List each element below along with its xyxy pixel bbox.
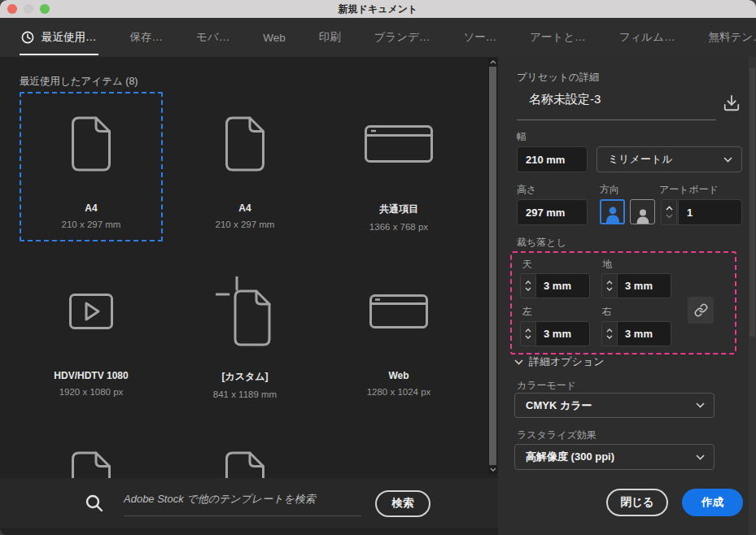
artboards-input[interactable]: 1 xyxy=(678,199,742,225)
tab-web[interactable]: Web xyxy=(263,18,286,57)
raster-effects-label: ラスタライズ効果 xyxy=(517,428,596,442)
preset-details-panel: プリセットの詳細 名称未設定-3 幅 210 mm ミリメートル 高さ 297 … xyxy=(498,57,756,535)
scroll-up-icon[interactable] xyxy=(488,58,497,67)
bleed-top-input[interactable]: 3 mm xyxy=(535,273,590,298)
template-dimensions: 841 x 1189 mm xyxy=(213,389,277,399)
search-input[interactable]: Adobe Stock で他のテンプレートを検索 xyxy=(124,491,361,516)
bleed-right-input[interactable]: 3 mm xyxy=(617,321,671,346)
artboards-stepper[interactable] xyxy=(661,199,677,225)
tab-branding[interactable]: ブランデ… xyxy=(374,18,430,57)
height-label: 高さ xyxy=(517,183,536,197)
zoom-window-button[interactable] xyxy=(40,4,50,14)
tab-mobile[interactable]: モバ… xyxy=(196,18,229,57)
bleed-right-spin[interactable] xyxy=(601,321,617,346)
bleed-highlight-box: 天 地 3 mm 3 mm 左 右 xyxy=(510,251,736,354)
template-card-a4-selected[interactable]: A4 210 x 297 mm xyxy=(20,92,163,241)
advanced-options-label: 詳細オプション xyxy=(529,354,605,369)
bleed-right-label: 右 xyxy=(602,305,612,319)
tab-recent[interactable]: 最近使用… xyxy=(21,18,97,57)
stepper-down-icon xyxy=(525,335,531,339)
chevron-down-icon xyxy=(696,455,705,460)
color-mode-value: CMYK カラー xyxy=(526,398,592,413)
artboards-label: アートボード xyxy=(659,183,719,197)
tab-label: モバ… xyxy=(196,30,229,45)
unit-value: ミリメートル xyxy=(608,152,673,167)
bleed-label: 裁ち落とし xyxy=(517,236,566,250)
scroll-down-icon[interactable] xyxy=(488,465,497,474)
chevron-down-icon xyxy=(514,359,523,365)
tab-art[interactable]: アートと… xyxy=(530,18,585,57)
scrollbar-thumb[interactable] xyxy=(489,67,496,465)
template-name: Web xyxy=(388,370,409,381)
document-name-input[interactable]: 名称未設定-3 xyxy=(529,92,601,107)
window-title: 新規ドキュメント xyxy=(339,2,418,16)
template-card-custom[interactable]: [カスタム] 841 x 1189 mm xyxy=(173,259,317,409)
raster-effects-dropdown[interactable]: 高解像度 (300 ppi) xyxy=(514,444,714,470)
minimize-window-button[interactable] xyxy=(24,4,33,14)
color-mode-dropdown[interactable]: CMYK カラー xyxy=(514,393,714,418)
bleed-top-spin[interactable] xyxy=(520,273,535,298)
template-dimensions: 1920 x 1080 px xyxy=(59,387,124,397)
bleed-bottom-stepper[interactable]: 3 mm xyxy=(601,273,671,298)
width-input[interactable]: 210 mm xyxy=(517,146,588,172)
template-card-common[interactable]: 共通項目 1366 x 768 px xyxy=(327,92,470,241)
stepper-up-icon xyxy=(606,281,613,285)
landscape-person-icon xyxy=(636,208,650,224)
search-button-label: 検索 xyxy=(392,496,414,511)
stepper-up-icon xyxy=(666,206,673,211)
document-name-underline xyxy=(517,120,716,120)
template-card-hdv[interactable]: HDV/HDTV 1080 1920 x 1080 px xyxy=(20,259,163,409)
bleed-left-spin[interactable] xyxy=(520,321,535,346)
template-name: A4 xyxy=(238,202,251,214)
chevron-down-icon xyxy=(723,157,732,163)
recent-items-panel: 最近使用したアイテム (8) A4 210 x 297 mm A4 xyxy=(0,57,498,535)
left-panel-scrollbar[interactable] xyxy=(488,58,497,474)
browser-window-icon xyxy=(369,294,428,328)
tab-social[interactable]: ソー… xyxy=(463,18,496,57)
bleed-link-values-button[interactable] xyxy=(688,297,714,324)
height-input[interactable]: 297 mm xyxy=(517,199,588,225)
browser-window-icon xyxy=(365,125,433,163)
bleed-right-stepper[interactable]: 3 mm xyxy=(601,321,671,346)
portrait-person-icon xyxy=(605,205,620,223)
scrollbar-thumb[interactable] xyxy=(749,68,755,337)
category-tabbar: 最近使用… 保存… モバ… Web 印刷 ブランデ… ソー… アートと… フィル… xyxy=(0,18,756,57)
create-button[interactable]: 作成 xyxy=(682,489,743,516)
titlebar: 新規ドキュメント xyxy=(0,0,756,18)
stepper-up-icon xyxy=(525,328,531,333)
stepper-up-icon xyxy=(606,328,613,333)
stepper-down-icon xyxy=(525,287,531,291)
close-window-button[interactable] xyxy=(7,4,17,14)
document-portrait-icon xyxy=(223,115,267,172)
bleed-bottom-spin[interactable] xyxy=(601,273,617,298)
right-panel-scrollbar[interactable] xyxy=(749,57,756,535)
close-button[interactable]: 閉じる xyxy=(606,489,668,516)
template-card-a4[interactable]: A4 210 x 297 mm xyxy=(173,92,317,241)
template-name: A4 xyxy=(85,202,97,214)
template-name: HDV/HDTV 1080 xyxy=(54,370,128,381)
bleed-bottom-input[interactable]: 3 mm xyxy=(617,273,671,298)
bleed-top-stepper[interactable]: 3 mm xyxy=(520,273,590,298)
tab-saved[interactable]: 保存… xyxy=(130,18,164,57)
document-portrait-icon xyxy=(69,115,113,172)
template-card-web[interactable]: Web 1280 x 1024 px xyxy=(327,259,470,409)
bleed-top-label: 天 xyxy=(522,258,532,272)
download-preset-button[interactable] xyxy=(721,93,742,114)
video-play-icon xyxy=(69,294,113,329)
tab-label: Web xyxy=(263,32,286,44)
tab-print[interactable]: 印刷 xyxy=(319,18,341,57)
template-dimensions: 1280 x 1024 px xyxy=(367,387,431,397)
tab-free-templates[interactable]: 無料テン… xyxy=(708,18,756,57)
bleed-left-input[interactable]: 3 mm xyxy=(535,321,590,346)
search-button[interactable]: 検索 xyxy=(375,490,430,517)
unit-dropdown[interactable]: ミリメートル xyxy=(596,146,742,172)
bleed-left-stepper[interactable]: 3 mm xyxy=(520,321,590,346)
advanced-options-toggle[interactable]: 詳細オプション xyxy=(514,354,605,369)
chevron-down-icon xyxy=(696,402,705,408)
orientation-landscape-button[interactable] xyxy=(630,199,655,224)
stepper-up-icon xyxy=(525,281,531,285)
tab-film[interactable]: フィルム… xyxy=(619,18,675,57)
template-name: 共通項目 xyxy=(379,202,418,216)
orientation-portrait-button[interactable] xyxy=(600,199,625,224)
stepper-down-icon xyxy=(666,214,673,219)
